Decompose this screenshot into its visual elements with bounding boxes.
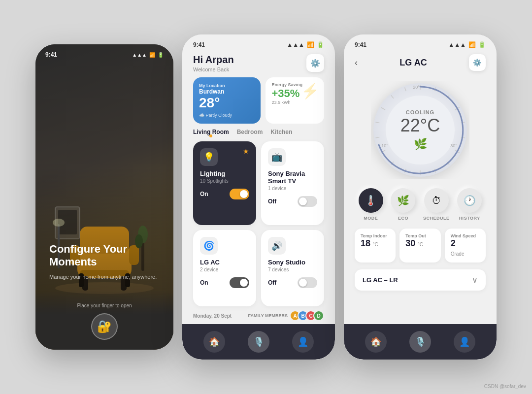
tv-name: Sony Bravia Smart TV — [268, 170, 317, 185]
settings-button[interactable]: ⚙️ — [306, 54, 324, 72]
star-icon: ★ — [243, 147, 249, 155]
finger-prompt-text: Place your finger to open — [77, 303, 132, 308]
nav3-mic[interactable]: 🎙️ — [409, 331, 431, 353]
dropdown-arrow-icon: ∨ — [472, 275, 478, 285]
info-cards: My Location Burdwan 28° ☁️ Partly Cloudy… — [182, 77, 335, 129]
device-card-lighting: ★ 💡 Lighting 10 Spotlights On — [193, 141, 256, 225]
device-grid: ★ 💡 Lighting 10 Spotlights On 📺 Sony Bra… — [182, 141, 335, 306]
indoor-label: Temp Indoor — [361, 233, 390, 238]
wind-val: 2 Grade — [451, 238, 480, 258]
date-label: Monday, 20 Sept — [193, 313, 232, 319]
mode-btn-mode[interactable]: 🌡️ MODE — [359, 188, 383, 221]
phone-3: 9:41 ▲▲▲ 📶 🔋 ‹ LG AC ⚙️ — [344, 34, 497, 360]
avatar-4: D — [313, 310, 324, 321]
lighting-name: Lighting — [200, 170, 249, 177]
tab-kitchen[interactable]: Kitchen — [270, 129, 292, 137]
device-card-studio: 🔊 Sony Studio 7 devices Off — [261, 230, 324, 306]
phone2-nav-bar: 🏠 🎙️ 👤 — [182, 324, 335, 360]
mode-icon-history: 🕐 — [457, 188, 482, 213]
phone2-time: 9:41 — [193, 41, 205, 48]
dial-readout: COOLING 22°C 🌿 — [400, 109, 440, 151]
phone-2: 9:41 ▲▲▲ 📶 🔋 Hi Arpan Welcome Back ⚙️ My… — [182, 34, 335, 360]
tv-controls: Off — [268, 196, 317, 207]
mode-label-schedule: SCHEDULE — [423, 216, 450, 221]
ac-toggle[interactable] — [230, 277, 249, 288]
tv-toggle[interactable] — [298, 196, 317, 207]
mode-icon-eco: 🌿 — [391, 188, 415, 213]
nav-home[interactable]: 🏠 — [203, 331, 225, 353]
thermostat-dial: 10° 20° 30° COOLING 22°C 🌿 — [344, 76, 497, 184]
room-dropdown[interactable]: LG AC – LR ∨ — [355, 269, 486, 291]
phone2-footer: Monday, 20 Sept FAMILY MEMBERS A B C D — [182, 306, 335, 323]
lighting-controls: On — [200, 189, 249, 199]
energy-kwh: 23.5 kWh — [271, 100, 318, 105]
lighting-status: On — [200, 191, 208, 197]
mode-buttons: 🌡️ MODE 🌿 ECO ⏱ SCHEDULE 🕐 HISTORY — [344, 184, 497, 225]
phone1-icons: ▲▲▲ 📶 🔋 — [132, 51, 164, 58]
phone2-content: 9:41 ▲▲▲ 📶 🔋 Hi Arpan Welcome Back ⚙️ My… — [182, 34, 335, 360]
energy-card: Energy Saving +35% 23.5 kWh ⚡ — [266, 77, 324, 124]
fingerprint-button[interactable]: 🔐 — [91, 313, 118, 340]
phone2-status-icons: ▲▲▲ 📶 🔋 — [287, 41, 324, 48]
device-card-ac: 🌀 LG AC 2 device On — [193, 230, 256, 306]
temperature-stats: Temp Indoor 18 °C Temp Out 30 °C Wind Sp… — [344, 225, 497, 266]
temp-display: 22°C — [400, 115, 440, 136]
mode-btn-eco[interactable]: 🌿 ECO — [391, 188, 415, 221]
ac-icon: 🌀 — [200, 237, 218, 255]
mode-label-mode: MODE — [364, 216, 378, 221]
signal-icon: ▲▲▲ — [132, 52, 147, 58]
mode-btn-history[interactable]: 🕐 HISTORY — [457, 188, 482, 221]
phone3-content: 9:41 ▲▲▲ 📶 🔋 ‹ LG AC ⚙️ — [344, 34, 497, 360]
mode-icon-heat: 🌡️ — [359, 188, 383, 213]
indoor-val: 18 °C — [361, 238, 390, 249]
watermark: CSDN @sofar_dev — [484, 384, 526, 389]
tab-bedroom[interactable]: Bedroom — [237, 129, 263, 137]
wifi-icon2: 📶 — [307, 41, 314, 48]
tv-status: Off — [268, 198, 276, 205]
family-label: FAMILY MEMBERS — [248, 313, 288, 318]
outdoor-label: Temp Out — [405, 233, 434, 238]
svg-text:10°: 10° — [381, 143, 388, 148]
mode-label-eco: ECO — [398, 216, 408, 221]
stat-wind: Wind Speed 2 Grade — [445, 229, 486, 263]
studio-toggle[interactable] — [298, 277, 317, 288]
phone1-bottom-bar: Place your finger to open 🔐 — [35, 291, 173, 350]
studio-name: Sony Studio — [268, 259, 317, 266]
battery-icon2: 🔋 — [317, 41, 324, 48]
studio-sub: 7 devices — [268, 267, 317, 272]
studio-controls: Off — [268, 277, 317, 288]
svg-text:20°: 20° — [413, 85, 420, 90]
phone2-header: Hi Arpan Welcome Back ⚙️ — [182, 51, 335, 77]
greeting-block: Hi Arpan Welcome Back — [193, 54, 234, 72]
tab-living-room[interactable]: Living Room — [193, 129, 229, 137]
phone3-status-bar: 9:41 ▲▲▲ 📶 🔋 — [344, 34, 497, 51]
wifi-icon: 📶 — [149, 52, 155, 58]
ac-status: On — [200, 279, 208, 286]
phone3-header: ‹ LG AC ⚙️ — [344, 51, 497, 76]
nav-profile[interactable]: 👤 — [292, 331, 314, 353]
phone1-hero-text: Configure Your Moments Manage your home … — [49, 243, 157, 281]
mode-icon-schedule: ⏱ — [424, 188, 449, 213]
phone1-subtitle: Manage your home from anytime, anywhere. — [49, 273, 157, 281]
room-tabs: Living Room Bedroom Kitchen — [182, 129, 335, 141]
ac-controls: On — [200, 277, 249, 288]
stat-outdoor: Temp Out 30 °C — [399, 229, 440, 263]
nav3-home[interactable]: 🏠 — [365, 331, 387, 353]
phone1-time: 9:41 — [45, 51, 57, 58]
phone3-title: LG AC — [399, 58, 427, 68]
phone3-status-icons: ▲▲▲ 📶 🔋 — [448, 41, 486, 48]
weather-temp: 28° — [199, 95, 255, 111]
nav3-profile[interactable]: 👤 — [454, 331, 475, 353]
battery-icon3: 🔋 — [478, 41, 486, 48]
greeting-name: Hi Arpan — [193, 54, 234, 66]
lighting-icon: 💡 — [200, 148, 218, 166]
nav-mic[interactable]: 🎙️ — [248, 331, 269, 353]
bolt-icon: ⚡ — [301, 82, 319, 99]
dial-container[interactable]: 10° 20° 30° COOLING 22°C 🌿 — [371, 81, 469, 179]
phone3-settings[interactable]: ⚙️ — [469, 54, 486, 71]
phone2-status-bar: 9:41 ▲▲▲ 📶 🔋 — [182, 34, 335, 51]
mode-btn-schedule[interactable]: ⏱ SCHEDULE — [423, 188, 450, 221]
lighting-toggle[interactable] — [230, 189, 249, 199]
device-card-tv: 📺 Sony Bravia Smart TV 1 device Off — [261, 141, 324, 225]
back-button[interactable]: ‹ — [355, 58, 358, 68]
